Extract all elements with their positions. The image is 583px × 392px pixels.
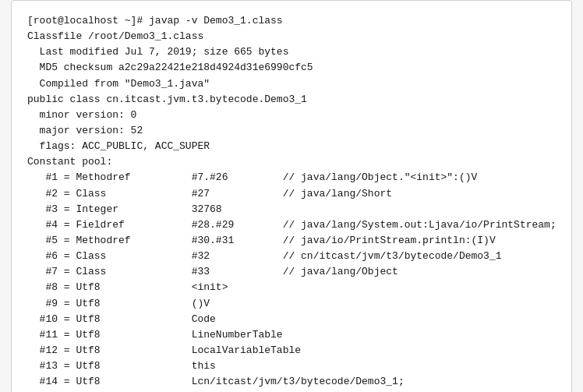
terminal-line-compiled: Compiled from "Demo3_1.java" (27, 76, 556, 92)
terminal-line-cp5: #5 = Methodref #30.#31 // java/io/PrintS… (27, 233, 556, 249)
terminal-line-cp7: #7 = Class #33 // java/lang/Object (27, 264, 556, 280)
terminal-line-md5: MD5 checksum a2c29a22421e218d4924d31e699… (27, 60, 556, 76)
terminal-line-cp4: #4 = Fieldref #28.#29 // java/lang/Syste… (27, 217, 556, 233)
terminal-line-flags: flags: ACC_PUBLIC, ACC_SUPER (27, 139, 556, 154)
terminal-line-cp12: #12 = Utf8 LocalVariableTable (27, 343, 556, 358)
terminal-line-cp8: #8 = Utf8 <init> (27, 280, 556, 295)
terminal-line-cp11: #11 = Utf8 LineNumberTable (27, 327, 556, 343)
terminal-line-classfile: Classfile /root/Demo3_1.class (27, 29, 556, 44)
terminal-line-cp3: #3 = Integer 32768 (27, 202, 556, 217)
terminal-line-minor: minor version: 0 (27, 108, 556, 123)
terminal-line-cp13: #13 = Utf8 this (27, 358, 556, 374)
terminal-line-major: major version: 52 (27, 123, 556, 139)
terminal-line-constpool: Constant pool: (27, 154, 556, 170)
terminal-line-cp1: #1 = Methodref #7.#26 // java/lang/Objec… (27, 170, 556, 185)
terminal-line-cmd: [root@localhost ~]# javap -v Demo3_1.cla… (27, 13, 556, 29)
terminal-line-cp6: #6 = Class #32 // cn/itcast/jvm/t3/bytec… (27, 249, 556, 264)
terminal-window: [root@localhost ~]# javap -v Demo3_1.cla… (11, 0, 572, 392)
terminal-line-cp9: #9 = Utf8 ()V (27, 296, 556, 312)
terminal-line-cp2: #2 = Class #27 // java/lang/Short (27, 186, 556, 202)
terminal-line-pubclass: public class cn.itcast.jvm.t3.bytecode.D… (27, 92, 556, 108)
terminal-line-cp10: #10 = Utf8 Code (27, 312, 556, 327)
terminal-line-cp14: #14 = Utf8 Lcn/itcast/jvm/t3/bytecode/De… (27, 374, 556, 390)
terminal-line-lastmod: Last modified Jul 7, 2019; size 665 byte… (27, 44, 556, 60)
